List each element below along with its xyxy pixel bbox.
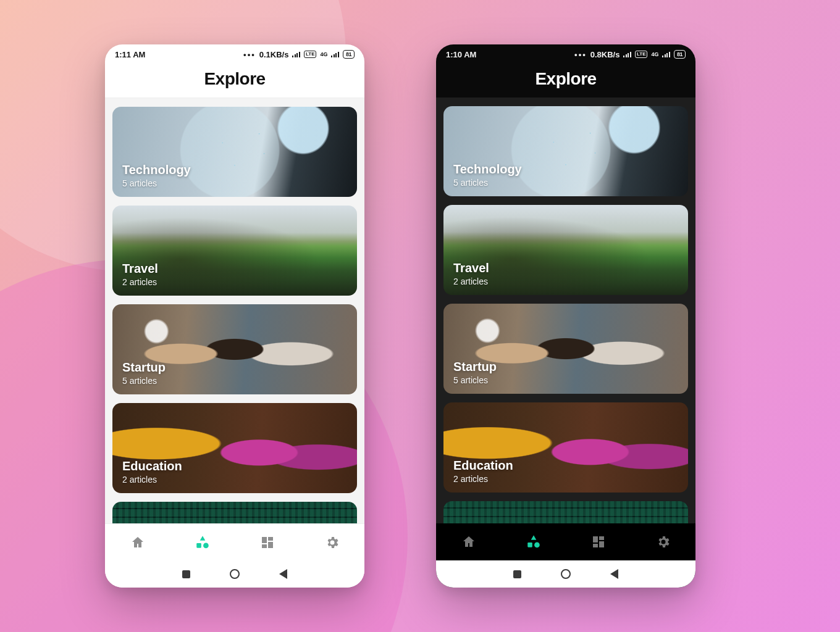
explore-scroll[interactable]: Technology 5 articles Travel 2 articles … [105, 98, 364, 523]
card-title: Technology [122, 163, 347, 177]
android-system-nav [105, 560, 364, 588]
signal-icon-2 [331, 51, 339, 57]
signal-icon [292, 51, 300, 57]
svg-rect-11 [593, 544, 598, 547]
battery-icon: 81 [674, 50, 686, 59]
android-system-nav [436, 560, 695, 588]
home-icon [130, 535, 145, 550]
card-title: Technology [453, 162, 678, 177]
svg-rect-10 [599, 541, 604, 547]
status-net-rate: 0.1KB/s [259, 50, 289, 59]
svg-rect-6 [527, 543, 532, 547]
back-icon[interactable] [279, 569, 287, 579]
nav-home[interactable] [455, 528, 482, 555]
svg-rect-5 [262, 544, 267, 548]
page-header: Explore [105, 64, 364, 98]
phone-light: 1:11 AM ••• 0.1KB/s LTE 4G 81 Explore Te… [105, 44, 364, 588]
nav-home[interactable] [124, 529, 151, 556]
category-card-peek[interactable] [443, 501, 688, 523]
status-net-rate: 0.8KB/s [590, 50, 620, 59]
status-bar: 1:10 AM ••• 0.8KB/s LTE 4G 81 [436, 44, 695, 64]
nav-dashboard[interactable] [254, 529, 281, 556]
signal-icon-2 [662, 51, 670, 57]
svg-rect-8 [593, 536, 598, 543]
card-title: Travel [122, 262, 347, 276]
svg-rect-0 [196, 543, 201, 548]
bottom-nav [436, 523, 695, 560]
page-title: Explore [436, 69, 695, 89]
status-net-gen: 4G [651, 51, 658, 57]
gear-icon [656, 534, 671, 549]
category-card-technology[interactable]: Technology 5 articles [112, 107, 357, 197]
nav-settings[interactable] [319, 529, 346, 556]
signal-icon [623, 51, 631, 57]
card-title: Education [122, 459, 347, 473]
card-subtitle: 5 articles [453, 178, 678, 188]
status-bar: 1:11 AM ••• 0.1KB/s LTE 4G 81 [105, 44, 364, 64]
svg-point-1 [203, 543, 209, 548]
status-right: ••• 0.1KB/s LTE 4G 81 [243, 50, 355, 59]
svg-rect-3 [268, 537, 273, 541]
status-right: ••• 0.8KB/s LTE 4G 81 [574, 50, 686, 59]
home-system-icon[interactable] [230, 569, 240, 579]
svg-rect-2 [262, 537, 267, 543]
svg-rect-9 [599, 536, 604, 540]
shapes-icon [526, 534, 542, 550]
card-title: Startup [122, 360, 347, 375]
home-icon [461, 534, 476, 549]
battery-icon: 81 [343, 50, 355, 59]
category-card-education[interactable]: Education 2 articles [443, 402, 688, 493]
lte-badge: LTE [304, 51, 317, 58]
recents-icon[interactable] [513, 570, 521, 578]
page-header: Explore [436, 64, 695, 98]
category-card-technology[interactable]: Technology 5 articles [443, 106, 688, 196]
status-time: 1:11 AM [115, 50, 145, 59]
card-title: Startup [453, 360, 678, 374]
status-net-gen: 4G [320, 51, 327, 57]
card-subtitle: 5 articles [122, 376, 347, 386]
back-icon[interactable] [610, 569, 618, 579]
card-title: Education [453, 459, 678, 473]
shapes-icon [195, 534, 211, 551]
nav-explore[interactable] [520, 528, 547, 555]
category-card-startup[interactable]: Startup 5 articles [112, 304, 357, 394]
dashboard-icon [260, 535, 275, 550]
nav-explore[interactable] [189, 529, 216, 556]
nav-settings[interactable] [650, 528, 677, 555]
card-subtitle: 5 articles [453, 375, 678, 385]
card-subtitle: 2 articles [122, 475, 347, 484]
nav-dashboard[interactable] [585, 528, 612, 555]
lte-badge: LTE [635, 51, 648, 58]
card-subtitle: 5 articles [122, 178, 347, 188]
page-title: Explore [105, 69, 364, 89]
category-card-education[interactable]: Education 2 articles [112, 403, 357, 493]
card-subtitle: 2 articles [453, 474, 678, 484]
recents-icon[interactable] [182, 570, 190, 578]
svg-rect-4 [268, 542, 273, 548]
explore-scroll[interactable]: Technology 5 articles Travel 2 articles … [436, 98, 695, 523]
card-title: Travel [453, 261, 678, 275]
card-subtitle: 2 articles [122, 277, 347, 287]
card-subtitle: 2 articles [453, 276, 678, 286]
home-system-icon[interactable] [561, 569, 571, 579]
phone-dark: 1:10 AM ••• 0.8KB/s LTE 4G 81 Explore Te… [436, 44, 695, 588]
dashboard-icon [591, 534, 606, 549]
category-card-travel[interactable]: Travel 2 articles [443, 205, 688, 295]
category-card-travel[interactable]: Travel 2 articles [112, 206, 357, 296]
status-time: 1:10 AM [446, 50, 476, 59]
gear-icon [325, 535, 340, 550]
bottom-nav [105, 523, 364, 560]
category-card-startup[interactable]: Startup 5 articles [443, 304, 688, 394]
svg-point-7 [534, 543, 540, 548]
category-card-peek[interactable] [112, 502, 357, 523]
